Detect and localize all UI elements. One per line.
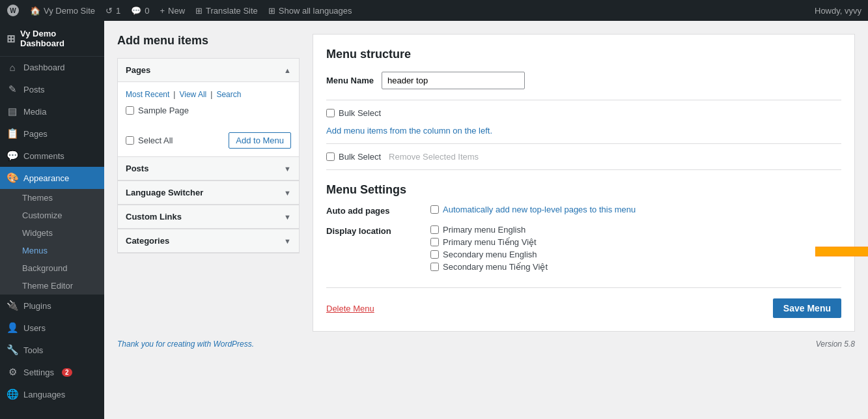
sidebar-item-menus[interactable]: Menus (0, 242, 104, 259)
secondary-english-label[interactable]: Secondary menu English (430, 250, 841, 259)
comments-icon: 💬 (131, 6, 141, 16)
sidebar-item-appearance[interactable]: 🎨 Appearance (0, 167, 104, 189)
translate-item[interactable]: ⊞ Translate Site (195, 6, 258, 16)
plugins-label: Plugins (23, 301, 51, 311)
primary-vietnamese-checkbox[interactable] (430, 238, 439, 246)
users-icon: 👤 (7, 322, 18, 334)
secondary-english-checkbox[interactable] (430, 250, 439, 259)
dashboard-icon: ⌂ (7, 62, 18, 73)
bulk-select-row-1: Bulk Select (326, 108, 841, 118)
auto-add-label: Auto add pages (326, 205, 417, 217)
bulk-select-checkbox-2[interactable] (326, 152, 335, 161)
sidebar-item-theme-editor[interactable]: Theme Editor (0, 277, 104, 295)
sidebar-item-settings[interactable]: ⚙ Settings 2 (0, 361, 104, 383)
secondary-vietnamese-checkbox[interactable] (430, 263, 439, 271)
filter-sep2: | (210, 90, 212, 99)
menu-name-input[interactable] (382, 72, 525, 89)
primary-english-label[interactable]: Primary menu English (430, 225, 841, 235)
sidebar-item-tools[interactable]: 🔧 Tools (0, 339, 104, 361)
sidebar-item-themes[interactable]: Themes (0, 189, 104, 207)
sidebar-item-media[interactable]: ▤ Media (0, 100, 104, 123)
sidebar-item-widgets[interactable]: Widgets (0, 224, 104, 242)
posts-section-title: Posts (126, 164, 148, 173)
categories-title: Categories (126, 236, 169, 246)
filter-sep1: | (173, 90, 175, 99)
comments-label: Comments (23, 151, 64, 161)
sidebar-item-background[interactable]: Background (0, 259, 104, 277)
menu-footer: Delete Menu Save Menu (326, 287, 841, 318)
menu-editor-wrap: Add menu items Pages ▲ Most Recent | Vie… (117, 34, 855, 332)
pages-accordion-header[interactable]: Pages ▲ (118, 59, 299, 82)
plugins-icon: 🔌 (7, 300, 18, 311)
remove-selected-link[interactable]: Remove Selected Items (389, 152, 479, 162)
sidebar-item-dashboard[interactable]: ⌂ Dashboard (0, 57, 104, 78)
site-icon: ⊞ (7, 33, 15, 45)
orange-arrow-annotation (815, 235, 868, 268)
languages-label: Languages (23, 390, 65, 399)
filter-most-recent[interactable]: Most Recent (126, 90, 169, 99)
display-location-content: Primary menu English Primary menu Tiếng … (430, 225, 841, 274)
delete-menu-link[interactable]: Delete Menu (326, 304, 374, 313)
sidebar-item-languages[interactable]: 🌐 Languages (0, 383, 104, 405)
pages-arrow-icon: ▲ (284, 66, 291, 74)
pages-icon: 📋 (7, 128, 18, 139)
primary-english-checkbox[interactable] (430, 225, 439, 234)
filter-view-all[interactable]: View All (179, 90, 206, 99)
display-location-label: Display location (326, 225, 417, 274)
users-label: Users (23, 323, 46, 333)
sample-page-label: Sample Page (138, 106, 189, 115)
sample-page-checkbox[interactable] (126, 106, 134, 115)
filter-tabs: Most Recent | View All | Search (126, 90, 291, 99)
site-title[interactable]: ⊞ Vy Demo Dashboard (0, 21, 104, 57)
add-items-info: Add menu items from the column on the le… (326, 126, 841, 136)
categories-arrow-icon: ▼ (284, 237, 291, 245)
posts-icon: ✎ (7, 83, 18, 95)
save-menu-button[interactable]: Save Menu (773, 298, 841, 318)
wp-footer-link[interactable]: Thank you for creating with WordPress. (117, 340, 254, 349)
pages-accordion-footer: Select All Add to Menu (118, 127, 299, 156)
categories-header[interactable]: Categories ▼ (118, 229, 299, 253)
language-switcher-arrow-icon: ▼ (284, 189, 291, 197)
bulk-select-text-1: Bulk Select (339, 108, 381, 118)
site-name-item[interactable]: 🏠 Vy Demo Site (30, 6, 95, 16)
sidebar-item-plugins[interactable]: 🔌 Plugins (0, 295, 104, 317)
tools-icon: 🔧 (7, 344, 18, 356)
new-item[interactable]: + New (160, 6, 185, 16)
filter-search[interactable]: Search (216, 90, 241, 99)
language-switcher-header[interactable]: Language Switcher ▼ (118, 181, 299, 205)
bulk-select-label-1[interactable]: Bulk Select (326, 108, 381, 118)
sidebar-item-users[interactable]: 👤 Users (0, 317, 104, 339)
menu-items-panel: Add menu items Pages ▲ Most Recent | Vie… (117, 34, 300, 332)
primary-vietnamese-label[interactable]: Primary menu Tiếng Việt (430, 237, 841, 247)
updates-item[interactable]: ↺ 1 (105, 6, 120, 16)
auto-add-checkbox-label[interactable]: Automatically add new top-level pages to… (430, 205, 841, 214)
sidebar-item-customize[interactable]: Customize (0, 207, 104, 224)
custom-links-arrow-icon: ▼ (284, 213, 291, 221)
add-to-menu-button[interactable]: Add to Menu (229, 132, 291, 149)
sidebar-item-posts[interactable]: ✎ Posts (0, 78, 104, 100)
pages-label: Pages (23, 129, 48, 139)
language-switcher-title: Language Switcher (126, 188, 203, 197)
display-location-row: Display location Primary menu English Pr… (326, 225, 841, 274)
bulk-select-row-2: Bulk Select Remove Selected Items (326, 152, 841, 162)
auto-add-link[interactable]: Automatically add new top-level pages to… (443, 205, 636, 214)
auto-add-checkbox[interactable] (430, 205, 439, 214)
menu-name-row: Menu Name (326, 72, 841, 89)
select-all-checkbox[interactable] (126, 136, 134, 145)
wp-logo-item[interactable]: W (7, 4, 20, 17)
appearance-icon: 🎨 (7, 172, 18, 184)
custom-links-header[interactable]: Custom Links ▼ (118, 205, 299, 229)
show-languages-item[interactable]: ⊞ Show all languages (268, 6, 352, 16)
bulk-select-label-2[interactable]: Bulk Select (326, 152, 381, 162)
settings-label: Settings (23, 368, 54, 377)
translate-icon: ⊞ (195, 6, 203, 16)
select-all-row: Select All (126, 136, 173, 145)
sidebar-item-pages[interactable]: 📋 Pages (0, 123, 104, 145)
languages-sidebar-icon: 🌐 (7, 388, 18, 400)
posts-accordion-header[interactable]: Posts ▼ (118, 157, 299, 181)
secondary-vietnamese-label[interactable]: Secondary menu Tiếng Việt (430, 262, 841, 272)
sidebar-item-comments[interactable]: 💬 Comments (0, 145, 104, 167)
posts-accordion: Posts ▼ (117, 157, 300, 181)
bulk-select-checkbox-1[interactable] (326, 109, 335, 117)
comments-item[interactable]: 💬 0 (131, 6, 149, 16)
